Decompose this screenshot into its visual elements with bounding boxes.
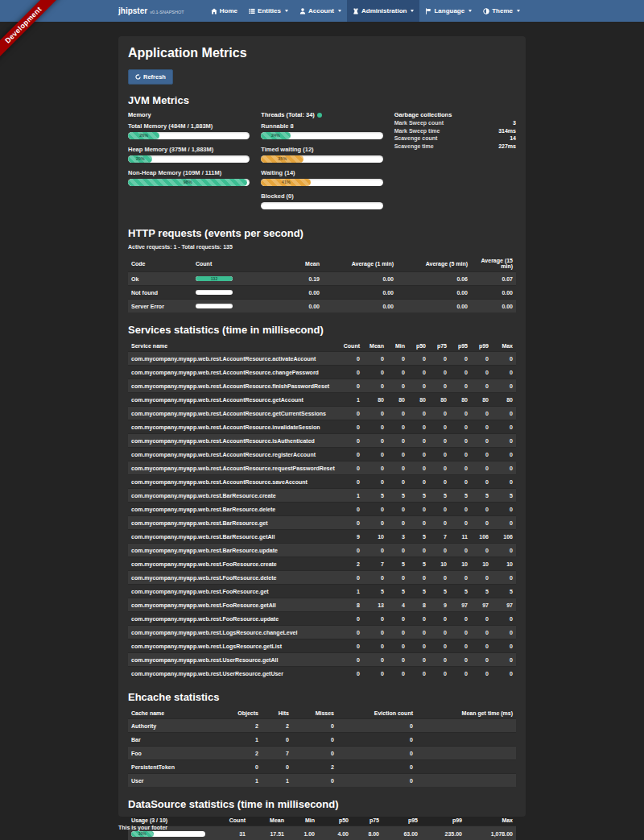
metric-value-cell: 10 — [450, 557, 471, 571]
metric-value-cell: 0 — [450, 352, 471, 366]
gc-row: Mark Sweep count3 — [394, 119, 516, 127]
metric-value-cell: 0 — [339, 366, 363, 379]
metric-value-cell: 5 — [408, 530, 429, 544]
service-name-cell: com.mycompany.myapp.web.rest.AccountReso… — [128, 448, 339, 461]
nav-item-label: Account — [308, 7, 334, 14]
metric-value-cell: 10 — [429, 557, 450, 571]
service-name-cell: com.mycompany.myapp.web.rest.BarResource… — [128, 516, 339, 530]
metric-value-cell: 0 — [387, 366, 408, 379]
metric-value-cell: 0 — [408, 626, 429, 639]
usage-bar: 30% — [131, 831, 205, 837]
metric-value-cell: 0 — [471, 503, 492, 516]
metric-value-cell: 0.00 — [397, 286, 471, 300]
metric-value-cell: 80 — [429, 393, 450, 407]
metric-value-cell: 0 — [408, 448, 429, 461]
column-header: Hits — [262, 708, 292, 719]
nav-item-language[interactable]: Language — [419, 0, 477, 22]
column-header: Count — [192, 255, 265, 272]
table-row: com.mycompany.myapp.web.rest.FooResource… — [128, 585, 516, 598]
gc-heading: Garbage collections — [394, 111, 516, 119]
metric-value-cell: 0 — [429, 612, 450, 626]
metric-value-cell: 0 — [471, 612, 492, 626]
metric-value-cell: 0 — [429, 352, 450, 366]
metric-value-cell: 0 — [363, 503, 387, 516]
metric-value-cell: 0 — [363, 448, 387, 461]
chevron-down-icon — [517, 10, 520, 12]
table-row: Server Error0.000.000.000.00 — [128, 300, 516, 313]
metric-value-cell: 80 — [363, 393, 387, 407]
metric-value-cell: 0 — [450, 448, 471, 461]
metric-value-cell: 0 — [471, 475, 492, 489]
table-header-row: Cache nameObjectsHitsMissesEviction coun… — [128, 708, 516, 719]
metric-value-cell: 0 — [429, 448, 450, 461]
nav-item-home[interactable]: Home — [205, 0, 243, 22]
thread-metric-progress-bar — [261, 202, 382, 209]
metric-value-cell: 0.00 — [265, 300, 323, 313]
metric-value-cell: 5 — [363, 585, 387, 598]
chevron-down-icon — [285, 10, 288, 12]
column-header: Eviction count — [337, 708, 416, 719]
table-row: Ok1320.190.000.060.07 — [128, 272, 516, 286]
metric-value-cell: 7 — [262, 747, 292, 760]
brand[interactable]: jhipster v0.1-SNAPSHOT — [118, 6, 184, 15]
metric-value-cell: 0 — [363, 420, 387, 434]
tower-icon — [353, 8, 359, 14]
column-header: p95 — [450, 341, 471, 352]
column-header: Mean — [363, 341, 387, 352]
metric-value-cell: 0 — [387, 434, 408, 448]
service-name-cell: com.mycompany.myapp.web.rest.AccountReso… — [128, 475, 339, 489]
metric-value-cell: 10 — [363, 530, 387, 544]
metric-value-cell: 0 — [492, 420, 516, 434]
table-row: com.mycompany.myapp.web.rest.UserResourc… — [128, 653, 516, 667]
metric-value-cell: 2 — [339, 557, 363, 571]
metric-value-cell: 0 — [429, 379, 450, 393]
count-bar — [196, 304, 233, 308]
gc-row: Scavenge time227ms — [394, 143, 516, 151]
nav-item-entities[interactable]: Entities — [243, 0, 294, 22]
refresh-button[interactable]: Refresh — [128, 69, 173, 85]
column-header: p75 — [429, 341, 450, 352]
threads-dump-icon[interactable] — [317, 113, 322, 118]
metric-value-cell: 0 — [471, 366, 492, 379]
metric-value-cell: 0 — [492, 352, 516, 366]
metric-value-cell: 7 — [429, 530, 450, 544]
metric-value-cell: 5 — [471, 489, 492, 503]
metric-value-cell: 0 — [387, 667, 408, 681]
metric-value-cell: 5 — [408, 585, 429, 598]
metric-value-cell: 0 — [450, 544, 471, 557]
metric-value-cell: 2 — [233, 747, 262, 760]
metric-value-cell: 0 — [387, 639, 408, 653]
nav-item-administration[interactable]: Administration — [347, 0, 419, 22]
metric-value-cell: 0 — [339, 407, 363, 420]
metric-value-cell: 0 — [450, 667, 471, 681]
metric-value-cell: 0 — [429, 475, 450, 489]
metric-value-cell: 0 — [337, 733, 416, 747]
http-count-cell — [192, 300, 265, 313]
count-bar — [196, 290, 233, 295]
thread-metric-progress-bar: 41% — [261, 179, 382, 186]
table-row: com.mycompany.myapp.web.rest.AccountReso… — [128, 461, 516, 475]
gc-row-label: Scavenge count — [394, 134, 438, 143]
http-count-cell — [192, 286, 265, 300]
table-row: com.mycompany.myapp.web.rest.BarResource… — [128, 530, 516, 544]
metric-value-cell: 0 — [408, 544, 429, 557]
memory-metric-progress-bar: 26% — [128, 132, 250, 139]
metric-value-cell: 0 — [408, 366, 429, 379]
metric-value-cell: 0 — [339, 503, 363, 516]
nav-item-theme[interactable]: Theme — [477, 0, 526, 22]
metric-value-cell: 0 — [408, 612, 429, 626]
metric-value-cell: 0 — [471, 626, 492, 639]
metric-value-cell: 0 — [262, 733, 292, 747]
metric-value-cell: 0 — [387, 503, 408, 516]
cache-name-cell: Bar — [128, 733, 233, 747]
service-name-cell: com.mycompany.myapp.web.rest.BarResource… — [128, 544, 339, 557]
metric-value-cell: 0 — [429, 667, 450, 681]
metric-value-cell: 3 — [387, 530, 408, 544]
thread-metric-progress-fill: 35% — [261, 155, 303, 163]
metric-value-cell: 0 — [492, 503, 516, 516]
service-name-cell: com.mycompany.myapp.web.rest.LogsResourc… — [128, 626, 339, 639]
metric-value-cell: 0.00 — [323, 300, 397, 313]
nav-item-account[interactable]: Account — [294, 0, 347, 22]
metric-value-cell: 0 — [408, 475, 429, 489]
table-row: Not found0.000.000.000.00 — [128, 286, 516, 300]
